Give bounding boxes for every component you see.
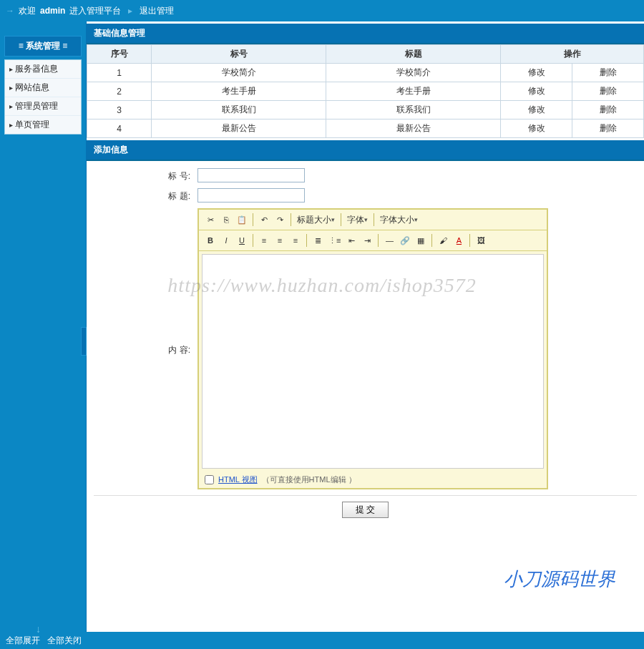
html-view-link[interactable]: HTML 视图 [218, 474, 258, 485]
unordered-list-icon[interactable]: ⋮≡ [326, 233, 343, 248]
sidebar-header: ≡ 系统管理 ≡ [4, 36, 82, 57]
sidebar-item-page-manage[interactable]: 单页管理 [5, 116, 81, 134]
input-title[interactable] [197, 188, 305, 202]
col-action: 操作 [501, 45, 644, 64]
topbar: → 欢迎 admin 进入管理平台 ▸ 退出管理 [0, 0, 644, 21]
welcome-suffix: 进入管理平台 [69, 5, 121, 17]
section-basic-title: 基础信息管理 [87, 24, 644, 44]
col-index: 序号 [87, 45, 152, 64]
delete-link[interactable]: 删除 [600, 67, 617, 77]
delete-link[interactable]: 删除 [600, 123, 617, 133]
editor-toolbar-1: ✂ ⎘ 📋 ↶ ↷ 标题大小 字体 字体大小 [199, 210, 547, 230]
content-area: 基础信息管理 序号 标号 标题 操作 1学校简介学校简介修改删除2考生手册考生手… [86, 21, 644, 632]
font-dropdown[interactable]: 字体 [345, 213, 370, 227]
col-title: 标题 [326, 45, 501, 64]
bgcolor-icon[interactable]: 🖌 [436, 233, 450, 248]
cell-title: 考生手册 [326, 82, 501, 101]
redo-icon[interactable]: ↷ [273, 213, 287, 227]
basic-info-table: 序号 标号 标题 操作 1学校简介学校简介修改删除2考生手册考生手册修改删除3联… [87, 44, 644, 138]
ordered-list-icon[interactable]: ≣ [311, 233, 325, 248]
cut-icon[interactable]: ✂ [203, 213, 218, 227]
cell-number: 联系我们 [152, 101, 326, 119]
section-add-title: 添加信息 [87, 140, 644, 161]
sidebar-collapse-handle[interactable] [81, 327, 87, 356]
align-right-icon[interactable]: ≡ [288, 233, 303, 248]
toolbar-divider [291, 213, 291, 226]
editor-footer: HTML 视图 （可直接使用HTML编辑 ） [199, 472, 547, 488]
toolbar-divider [253, 234, 253, 247]
edit-link[interactable]: 修改 [528, 123, 545, 133]
collapse-down-icon[interactable]: ↓ [36, 623, 41, 635]
label-title: 标 题: [94, 188, 197, 202]
cell-title: 学校简介 [326, 64, 501, 82]
html-view-hint: （可直接使用HTML编辑 ） [262, 474, 356, 485]
submit-button[interactable]: 提 交 [342, 502, 389, 518]
toolbar-divider [431, 234, 432, 247]
toolbar-divider [469, 234, 470, 247]
image-icon[interactable]: 🖼 [474, 233, 488, 248]
welcome-prefix: 欢迎 [19, 5, 36, 17]
editor-body[interactable] [202, 254, 544, 469]
toolbar-divider [378, 234, 379, 247]
table-row: 4最新公告最新公告修改删除 [87, 119, 644, 138]
delete-link[interactable]: 删除 [600, 104, 617, 114]
arrow-icon: → [6, 6, 14, 16]
toolbar-divider [306, 234, 307, 247]
cell-index: 2 [87, 82, 152, 101]
cell-index: 1 [87, 64, 152, 82]
heading-size-dropdown[interactable]: 标题大小 [295, 213, 337, 227]
copy-icon[interactable]: ⎘ [219, 213, 233, 227]
table-icon[interactable]: ▦ [414, 233, 428, 248]
sidebar-item-site-info[interactable]: 网站信息 [5, 79, 81, 97]
html-view-checkbox[interactable] [205, 475, 214, 484]
cell-index: 4 [87, 119, 152, 138]
align-left-icon[interactable]: ≡ [257, 233, 271, 248]
editor-toolbar-2: B I U ≡ ≡ ≡ ≣ ⋮≡ ⇤ ⇥ — 🔗 [199, 230, 547, 251]
outdent-icon[interactable]: ⇤ [344, 233, 358, 248]
table-row: 1学校简介学校简介修改删除 [87, 64, 644, 82]
edit-link[interactable]: 修改 [528, 104, 545, 114]
edit-link[interactable]: 修改 [528, 86, 545, 96]
hr-icon[interactable]: — [382, 233, 396, 248]
cell-index: 3 [87, 101, 152, 119]
sidebar: ≡ 系统管理 ≡ 服务器信息 网站信息 管理员管理 单页管理 [0, 21, 86, 632]
label-content: 内 容: [94, 208, 197, 356]
toolbar-divider [341, 213, 341, 226]
table-row: 2考生手册考生手册修改删除 [87, 82, 644, 101]
indent-icon[interactable]: ⇥ [360, 233, 374, 248]
underline-icon[interactable]: U [235, 233, 249, 248]
toolbar-divider [253, 213, 253, 226]
cell-title: 最新公告 [326, 119, 501, 138]
expand-all-link[interactable]: 全部展开 [6, 635, 40, 647]
current-user: admin [40, 6, 65, 16]
col-number: 标号 [152, 45, 326, 64]
sidebar-item-server-info[interactable]: 服务器信息 [5, 60, 81, 79]
collapse-all-link[interactable]: 全部关闭 [47, 635, 82, 647]
cell-number: 最新公告 [152, 119, 326, 138]
input-number[interactable] [197, 168, 305, 182]
separator-icon: ▸ [128, 6, 132, 16]
bold-icon[interactable]: B [203, 233, 218, 248]
cell-number: 学校简介 [152, 64, 326, 82]
link-icon[interactable]: 🔗 [398, 233, 412, 248]
edit-link[interactable]: 修改 [528, 67, 545, 77]
logout-link[interactable]: 退出管理 [140, 5, 174, 17]
italic-icon[interactable]: I [219, 233, 233, 248]
sidebar-menu: 服务器信息 网站信息 管理员管理 单页管理 [4, 59, 82, 135]
delete-link[interactable]: 删除 [600, 86, 617, 96]
paste-icon[interactable]: 📋 [235, 213, 249, 227]
undo-icon[interactable]: ↶ [257, 213, 271, 227]
align-center-icon[interactable]: ≡ [273, 233, 287, 248]
cell-title: 联系我们 [326, 101, 501, 119]
textcolor-icon[interactable]: A [452, 233, 466, 248]
sidebar-item-admin-manage[interactable]: 管理员管理 [5, 97, 81, 116]
font-size-dropdown[interactable]: 字体大小 [378, 213, 420, 227]
rich-text-editor: ✂ ⎘ 📋 ↶ ↷ 标题大小 字体 字体大小 B [197, 208, 548, 489]
bottombar: ↓ 全部展开 全部关闭 [0, 632, 644, 649]
table-row: 3联系我们联系我们修改删除 [87, 101, 644, 119]
toolbar-divider [374, 213, 374, 226]
label-number: 标 号: [94, 168, 197, 182]
cell-number: 考生手册 [152, 82, 326, 101]
